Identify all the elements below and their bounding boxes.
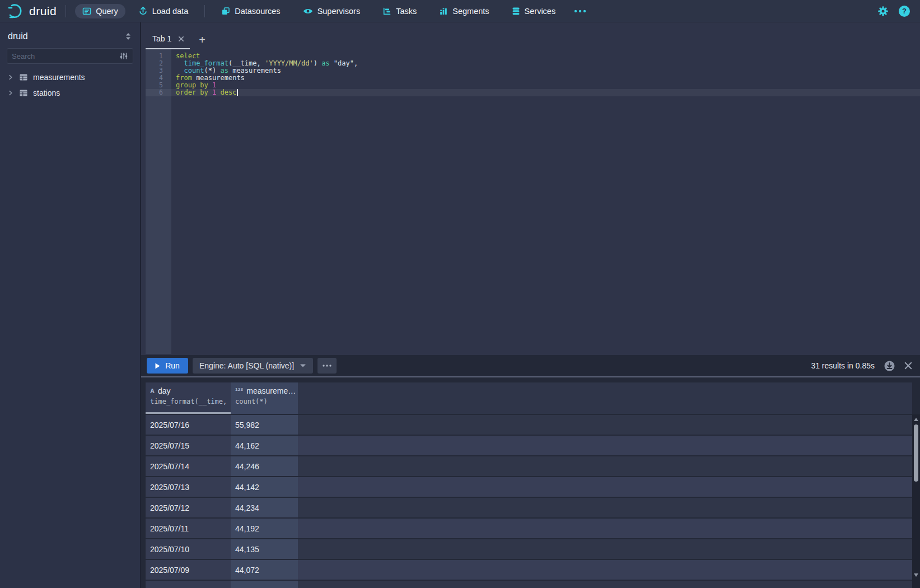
- tree-item-label: stations: [33, 88, 60, 97]
- schema-header[interactable]: druid: [0, 22, 140, 47]
- table-cell-day[interactable]: 2025/07/12: [146, 498, 231, 517]
- tree-item-label: measurements: [33, 73, 85, 82]
- help-icon[interactable]: ?: [899, 6, 910, 17]
- table-row-filler: [298, 477, 912, 497]
- bar-chart-icon: [439, 7, 448, 16]
- code-line[interactable]: 6order by 1 desc: [146, 89, 920, 96]
- chevron-right-icon[interactable]: [7, 90, 14, 96]
- token-plain: [208, 81, 212, 89]
- table-cell-measurements[interactable]: 44,162: [231, 436, 298, 455]
- table-cell-measurements[interactable]: 44,135: [231, 539, 298, 559]
- string-type-icon: A: [150, 388, 155, 394]
- upload-icon: [138, 6, 148, 16]
- table-cell-day[interactable]: 2025/07/10: [146, 539, 231, 559]
- code-lines: 1select2 time_format(__time, 'YYYY/MM/dd…: [146, 53, 920, 96]
- token-plain: (*): [204, 67, 221, 74]
- token-number: 1: [212, 81, 216, 89]
- table-cell-day[interactable]: 2025/07/16: [146, 415, 231, 435]
- code-line[interactable]: 4from measurements: [146, 74, 920, 82]
- token-plain: ): [314, 59, 321, 67]
- scrollbar-thumb[interactable]: [914, 424, 918, 482]
- nav-item-label: Segments: [452, 7, 489, 16]
- table-cell-day[interactable]: 2025/07/14: [146, 456, 231, 476]
- results-table: A day time_format(__time,… 123 measureme…: [146, 382, 912, 588]
- filter-sliders-icon[interactable]: [119, 52, 128, 60]
- table-row: 2025/07/1655,982: [146, 415, 912, 435]
- nav-item-label: Tasks: [396, 7, 417, 16]
- line-number: 4: [146, 74, 171, 82]
- column-header-day[interactable]: A day time_format(__time,…: [146, 382, 231, 414]
- table-row: 2025/07/1244,234: [146, 498, 912, 517]
- line-number: 3: [146, 67, 171, 74]
- table-cell-day[interactable]: 2025/07/09: [146, 560, 231, 580]
- table-cell-measurements[interactable]: 44,192: [231, 519, 298, 538]
- navbar-divider: [66, 5, 66, 17]
- new-tab-button[interactable]: +: [190, 34, 206, 49]
- caret-down-icon: [300, 363, 306, 368]
- token-plain: [176, 67, 184, 74]
- nav-item-query[interactable]: Query: [75, 4, 125, 18]
- download-results-icon[interactable]: [884, 361, 895, 371]
- close-results-icon[interactable]: [904, 362, 912, 370]
- tab-bar: Tab 1 +: [141, 22, 920, 49]
- query-more-options-button[interactable]: [317, 358, 337, 374]
- nav-item-datasources[interactable]: Datasources: [214, 4, 287, 18]
- sidebar-item-stations[interactable]: stations: [0, 85, 140, 101]
- nav-item-supervisors[interactable]: Supervisors: [296, 4, 368, 18]
- table-row-filler: [298, 498, 912, 517]
- nav-item-load-data[interactable]: Load data: [131, 3, 196, 18]
- engine-select-button[interactable]: Engine: Auto [SQL (native)]: [193, 358, 313, 374]
- table-cell-day[interactable]: 2025/07/15: [146, 436, 231, 455]
- run-button[interactable]: Run: [147, 358, 188, 374]
- scroll-down-icon[interactable]: [914, 573, 918, 577]
- double-caret-vertical-icon[interactable]: [124, 32, 132, 41]
- table-cell-measurements[interactable]: 44,072: [231, 560, 298, 580]
- code-line[interactable]: 5group by 1: [146, 82, 920, 89]
- gear-icon[interactable]: [877, 6, 889, 17]
- results-panel: A day time_format(__time,… 123 measureme…: [141, 376, 920, 588]
- nav-item-label: Load data: [152, 7, 189, 16]
- nav-item-label: Supervisors: [317, 7, 361, 16]
- scroll-up-icon[interactable]: [914, 418, 918, 421]
- gantt-icon: [382, 7, 391, 16]
- results-header: A day time_format(__time,… 123 measureme…: [146, 382, 912, 414]
- token-string: 'YYYY/MM/dd': [265, 59, 314, 67]
- table-row-filler: [298, 436, 912, 455]
- more-icon: [323, 365, 331, 367]
- chevron-right-icon[interactable]: [7, 74, 14, 81]
- token-function: time_format: [184, 59, 228, 67]
- line-number: 2: [146, 60, 171, 67]
- token-keyword: group by: [176, 81, 208, 89]
- token-alias: as: [321, 59, 329, 67]
- brand-text: druid: [29, 4, 57, 18]
- column-expression: count(*): [235, 398, 293, 405]
- token-function: count: [184, 67, 204, 74]
- table-row-partial: [146, 581, 912, 588]
- table-cell-measurements[interactable]: 44,246: [231, 456, 298, 476]
- table-cell-measurements[interactable]: 55,982: [231, 415, 298, 435]
- datasources-icon: [221, 7, 230, 16]
- sql-editor[interactable]: 1select2 time_format(__time, 'YYYY/MM/dd…: [141, 49, 920, 355]
- nav-item-segments[interactable]: Segments: [432, 4, 496, 18]
- results-scrollbar[interactable]: [912, 414, 920, 588]
- column-expression: time_format(__time,…: [150, 398, 226, 405]
- close-tab-icon[interactable]: [178, 36, 184, 42]
- tab-1[interactable]: Tab 1: [146, 34, 190, 49]
- nav-more-button[interactable]: [571, 7, 590, 16]
- run-button-label: Run: [165, 361, 180, 370]
- nav-item-services[interactable]: Services: [505, 4, 563, 18]
- sidebar-item-measurements[interactable]: measurements: [0, 69, 140, 85]
- table-row-filler: [298, 560, 912, 580]
- table-row: 2025/07/1144,192: [146, 519, 912, 538]
- nav-item-tasks[interactable]: Tasks: [375, 4, 424, 18]
- table-cell-measurements[interactable]: 44,142: [231, 477, 298, 497]
- navbar: druid Query Load data Datasources: [0, 0, 920, 22]
- search-input[interactable]: [12, 52, 119, 60]
- table-cell-measurements[interactable]: 44,234: [231, 498, 298, 517]
- table-cell-day[interactable]: 2025/07/13: [146, 477, 231, 497]
- column-header-measurements[interactable]: 123 measureme… count(*): [231, 382, 298, 414]
- table-cell-day[interactable]: 2025/07/11: [146, 519, 231, 538]
- table-row: 2025/07/1044,135: [146, 539, 912, 559]
- token-keyword: select: [176, 52, 200, 60]
- code-line[interactable]: 3 count(*) as measurements: [146, 67, 920, 74]
